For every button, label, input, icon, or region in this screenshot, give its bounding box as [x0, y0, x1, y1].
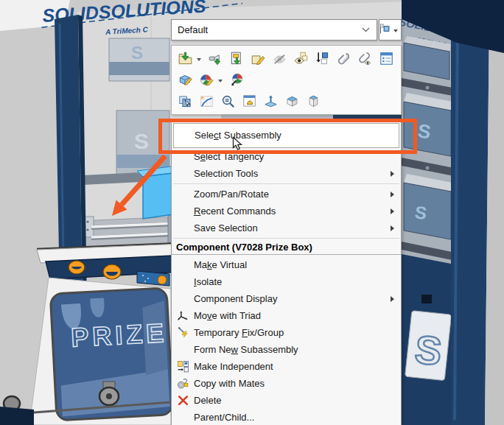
- menu-item-move-with-triad[interactable]: Move with Triad: [172, 307, 401, 324]
- select-other-icon[interactable]: [175, 91, 196, 111]
- menu-item-select-tangency[interactable]: Select Tangency: [172, 148, 401, 165]
- submenu-arrow-icon: [391, 296, 394, 302]
- menu-item-recent-commands[interactable]: Recent Commands: [172, 203, 401, 219]
- fix-group-icon: [177, 326, 189, 339]
- flyout-caret-icon[interactable]: [218, 80, 223, 82]
- insert-components-icon[interactable]: [312, 49, 333, 69]
- menu-item-parent-child[interactable]: Parent/Child...: [172, 409, 401, 425]
- side-shelf-boxes: S S: [402, 36, 455, 261]
- triad-icon: [177, 309, 189, 322]
- svg-text:S: S: [131, 43, 143, 63]
- svg-text:S: S: [134, 129, 149, 153]
- zoom-to-selection-icon[interactable]: [217, 91, 239, 111]
- configuration-dropdown[interactable]: Default: [171, 19, 377, 41]
- move-with-triad-icon[interactable]: [260, 91, 281, 111]
- toolbar-row-2: [175, 69, 398, 91]
- unsuppress-with-dependents-icon[interactable]: [354, 49, 376, 69]
- menu-item-temporary-fix-group[interactable]: Temporary Fix/Group: [172, 324, 401, 341]
- flyout-caret-icon: [393, 29, 398, 32]
- menu-separator: [173, 238, 399, 239]
- display-states-icon: [379, 23, 391, 38]
- toolbar-row-1: [175, 48, 398, 69]
- menu-item-component-display[interactable]: Component Display: [172, 290, 401, 307]
- copy-appearance-icon[interactable]: [226, 70, 248, 90]
- context-toolbar: [171, 45, 402, 115]
- component-properties-icon[interactable]: [376, 49, 397, 69]
- hide-component-icon[interactable]: [269, 49, 290, 69]
- menu-separator: [173, 183, 399, 184]
- appearances-icon[interactable]: [196, 70, 217, 90]
- svg-text:PRIZE: PRIZE: [70, 317, 168, 353]
- edit-in-context-icon[interactable]: [248, 49, 269, 69]
- edit-assembly-icon[interactable]: [175, 70, 196, 90]
- chevron-down-icon: [362, 27, 370, 32]
- menu-item-make-virtual[interactable]: Make Virtual: [172, 256, 401, 273]
- normal-to-icon[interactable]: [281, 91, 303, 111]
- submenu-arrow-icon: [391, 192, 394, 197]
- menu-item-select-subassembly[interactable]: Select Subassembly: [173, 123, 399, 148]
- shelf-box-upper-left: S: [109, 38, 169, 81]
- svg-text:S: S: [413, 326, 444, 373]
- menu-item-copy-with-mates[interactable]: Copy with Mates: [172, 375, 401, 392]
- open-drawing-icon[interactable]: [226, 49, 248, 69]
- submenu-arrow-icon: [391, 208, 394, 214]
- menu-item-make-independent[interactable]: Make Independent: [172, 358, 401, 375]
- copy-with-mates-icon: [177, 377, 189, 390]
- view-mates-icon[interactable]: [239, 91, 260, 111]
- configuration-value: Default: [178, 24, 208, 35]
- menu-item-isolate[interactable]: Isolate: [172, 273, 401, 290]
- submenu-arrow-icon: [391, 225, 394, 231]
- context-menu: Select Subassembly Select Tangency Selec…: [171, 121, 402, 425]
- open-part-icon[interactable]: [175, 49, 196, 69]
- menu-item-delete[interactable]: Delete: [172, 392, 401, 409]
- menu-item-zoom-pan-rotate[interactable]: Zoom/Pan/Rotate: [172, 186, 401, 203]
- show-hidden-components-icon[interactable]: [290, 49, 312, 69]
- view-orientation-icon[interactable]: [303, 91, 324, 111]
- delete-icon: [177, 394, 189, 407]
- reload-icon[interactable]: [205, 49, 226, 69]
- sketch-icon[interactable]: [196, 91, 217, 111]
- submenu-arrow-icon: [391, 171, 394, 177]
- menu-item-form-new-subassembly[interactable]: Form New Subassembly: [172, 341, 401, 358]
- suppress-icon[interactable]: [333, 49, 354, 69]
- display-states-button[interactable]: [379, 19, 402, 41]
- door-logo-plate: S: [405, 311, 452, 381]
- toolbar-row-3: [175, 91, 398, 112]
- menu-section-component-header: Component (V7028 Prize Box): [172, 240, 401, 255]
- make-independent-icon: [177, 360, 189, 373]
- flyout-caret-icon[interactable]: [197, 58, 201, 61]
- menu-item-selection-tools[interactable]: Selection Tools: [172, 165, 401, 182]
- menu-item-save-selection[interactable]: Save Selection: [172, 219, 401, 236]
